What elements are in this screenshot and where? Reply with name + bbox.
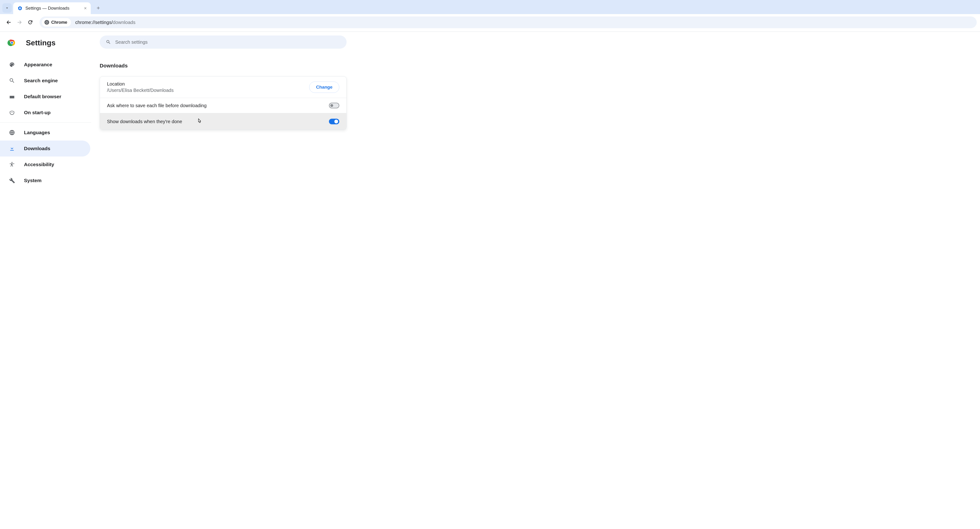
- row-ask-where[interactable]: Ask where to save each file before downl…: [100, 98, 346, 113]
- browser-tab-active[interactable]: Settings — Downloads: [13, 2, 91, 14]
- settings-page: Settings Appearance Search engine Defaul…: [0, 32, 980, 189]
- globe-icon: [8, 129, 16, 136]
- power-icon: [8, 109, 16, 116]
- gear-icon: [18, 6, 22, 11]
- cursor-pointer-icon: [196, 118, 202, 125]
- arrow-left-icon: [6, 20, 11, 25]
- accessibility-icon: [8, 161, 16, 168]
- arrow-right-icon: [17, 20, 22, 25]
- wrench-icon: [8, 177, 16, 184]
- site-info-chip[interactable]: Chrome: [42, 18, 71, 27]
- new-tab-button[interactable]: [94, 3, 103, 13]
- sidebar-item-default-browser[interactable]: Default browser: [0, 89, 90, 105]
- sidebar-nav: Appearance Search engine Default browser…: [0, 57, 91, 189]
- chevron-down-icon: [5, 6, 9, 10]
- url-text: chrome://settings/downloads: [75, 20, 135, 25]
- sidebar-item-system[interactable]: System: [0, 173, 90, 189]
- sidebar-item-accessibility[interactable]: Accessibility: [0, 157, 90, 173]
- chrome-icon: [44, 20, 49, 25]
- row-show-done[interactable]: Show downloads when they're done: [100, 113, 346, 130]
- location-label: Location: [107, 81, 309, 87]
- search-icon: [8, 77, 16, 84]
- search-settings-box[interactable]: [100, 35, 347, 49]
- sidebar-divider: [0, 122, 91, 123]
- downloads-card: Location /Users/Elisa Beckett/Downloads …: [100, 76, 347, 130]
- plus-icon: [96, 6, 100, 10]
- search-icon: [106, 40, 111, 44]
- close-icon[interactable]: [79, 6, 87, 10]
- settings-main: Downloads Location /Users/Elisa Beckett/…: [91, 34, 980, 189]
- tabs-dropdown-button[interactable]: [2, 3, 12, 13]
- sidebar-item-label: Downloads: [24, 146, 50, 151]
- browser-icon: [8, 93, 16, 100]
- section-title: Downloads: [100, 63, 974, 69]
- tab-title: Settings — Downloads: [25, 6, 69, 11]
- toggle-show-done[interactable]: [329, 119, 339, 124]
- sidebar-item-downloads[interactable]: Downloads: [0, 141, 90, 157]
- download-icon: [8, 145, 16, 152]
- chip-label: Chrome: [51, 20, 67, 25]
- sidebar-item-label: System: [24, 178, 41, 183]
- sidebar-item-search-engine[interactable]: Search engine: [0, 73, 90, 89]
- location-path: /Users/Elisa Beckett/Downloads: [107, 87, 309, 93]
- sidebar-item-label: Appearance: [24, 62, 52, 67]
- svg-point-3: [46, 22, 48, 23]
- forward-button[interactable]: [14, 17, 25, 28]
- ask-where-label: Ask where to save each file before downl…: [107, 103, 329, 108]
- chrome-logo-icon: [8, 38, 16, 47]
- sidebar-item-label: Default browser: [24, 94, 61, 99]
- sidebar-item-languages[interactable]: Languages: [0, 125, 90, 141]
- settings-title: Settings: [26, 38, 56, 47]
- browser-toolbar: Chrome chrome://settings/downloads: [0, 14, 980, 32]
- reload-icon: [28, 20, 33, 25]
- palette-icon: [8, 61, 16, 68]
- change-button[interactable]: Change: [309, 81, 339, 93]
- reload-button[interactable]: [25, 17, 36, 28]
- search-settings-input[interactable]: [115, 40, 340, 45]
- tab-strip: Settings — Downloads: [0, 0, 980, 14]
- address-bar[interactable]: Chrome chrome://settings/downloads: [40, 16, 977, 28]
- show-done-label: Show downloads when they're done: [107, 119, 182, 124]
- sidebar-item-on-startup[interactable]: On start-up: [0, 105, 90, 121]
- row-location: Location /Users/Elisa Beckett/Downloads …: [100, 76, 346, 98]
- settings-brand: Settings: [0, 35, 91, 49]
- sidebar: Settings Appearance Search engine Defaul…: [0, 34, 91, 189]
- sidebar-item-appearance[interactable]: Appearance: [0, 57, 90, 73]
- sidebar-item-label: On start-up: [24, 110, 51, 115]
- toggle-ask-where[interactable]: [329, 103, 339, 108]
- back-button[interactable]: [3, 17, 14, 28]
- sidebar-item-label: Accessibility: [24, 162, 54, 167]
- sidebar-item-label: Search engine: [24, 78, 58, 83]
- sidebar-item-label: Languages: [24, 130, 50, 135]
